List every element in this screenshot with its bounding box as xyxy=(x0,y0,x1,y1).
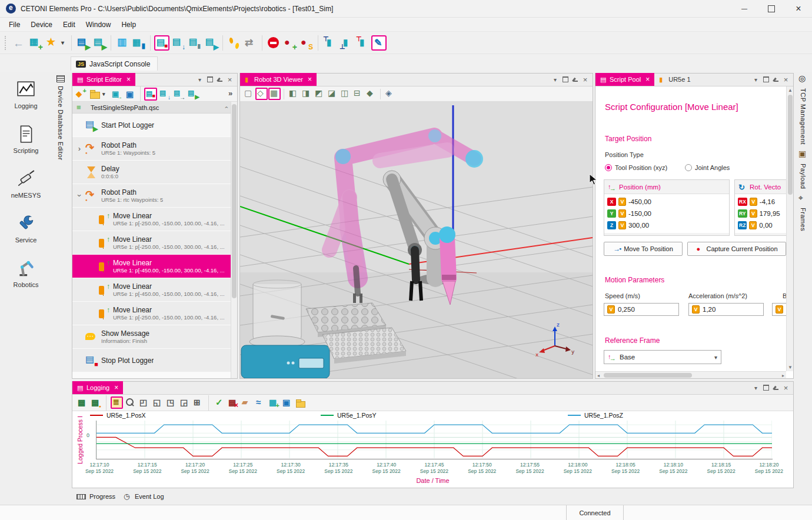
fit-bottom-button[interactable] xyxy=(151,396,164,409)
close-button[interactable] xyxy=(785,0,812,18)
collapse-all-icon[interactable] xyxy=(225,104,227,111)
toolbar-overflow-icon[interactable] xyxy=(227,88,236,101)
logging-chart-plot-area[interactable] xyxy=(96,421,773,459)
panel-pin-icon[interactable] xyxy=(771,383,781,392)
view-front-button[interactable] xyxy=(287,88,299,100)
panel-pin-icon[interactable] xyxy=(215,75,225,84)
tab-tcp-management[interactable]: TCP Management xyxy=(800,88,807,145)
panel-menu-icon[interactable] xyxy=(751,383,761,392)
sidebar-item-logging[interactable]: Logging xyxy=(0,72,52,116)
single-step-record-button[interactable] xyxy=(154,35,169,51)
view-top-button[interactable] xyxy=(339,88,351,100)
add-table-button[interactable] xyxy=(267,396,279,409)
panel-float-icon[interactable] xyxy=(205,75,215,84)
tab-script-pool[interactable]: Script Pool × xyxy=(595,73,654,86)
position-z-value[interactable]: 300,00 xyxy=(628,222,649,229)
emergency-stop-button[interactable] xyxy=(266,35,281,51)
open-script-button[interactable] xyxy=(88,88,101,101)
fit-top-button[interactable] xyxy=(178,396,191,409)
trace-steps-button[interactable] xyxy=(227,35,242,51)
devices-view-button[interactable] xyxy=(115,35,130,51)
maximize-button[interactable] xyxy=(758,0,785,18)
panel-close-icon[interactable] xyxy=(781,383,791,392)
position-x-value[interactable]: -450,00 xyxy=(628,198,651,205)
view-cube-button[interactable] xyxy=(384,88,396,100)
menu-window[interactable]: Window xyxy=(81,19,117,31)
expander-icon[interactable] xyxy=(75,191,84,200)
view-right-button[interactable] xyxy=(326,88,338,100)
robot-3d-scene[interactable]: z x y xyxy=(240,102,593,378)
menu-help[interactable]: Help xyxy=(116,19,141,31)
rotation-rx-row[interactable]: RX V -4,16 xyxy=(738,196,786,208)
toggle-perspective-button[interactable] xyxy=(255,88,268,100)
tab-close-icon[interactable]: × xyxy=(645,75,650,84)
fit-all-button[interactable] xyxy=(192,396,204,409)
panel-pin-icon[interactable] xyxy=(570,75,580,84)
sidebar-item-nemesys[interactable]: neMESYS xyxy=(0,161,52,206)
step-row-move-linear-2[interactable]: Move LinearUR5e 1: p[-250.00, -150.00, 3… xyxy=(72,231,231,254)
panel-float-icon[interactable] xyxy=(761,383,771,392)
device-database-editor-strip[interactable]: Device Database Editor xyxy=(52,72,69,491)
view-back-button[interactable] xyxy=(300,88,312,100)
annotation-note-button[interactable] xyxy=(111,396,123,409)
tab-close-icon[interactable]: × xyxy=(308,75,312,84)
rotation-rz-value[interactable]: 0,00 xyxy=(759,222,772,229)
save-script-button[interactable] xyxy=(124,88,137,101)
marker-red-button[interactable] xyxy=(355,35,370,51)
step-play-button[interactable] xyxy=(204,35,219,51)
menu-edit[interactable]: Edit xyxy=(58,19,81,31)
run-button[interactable] xyxy=(187,88,199,101)
panel-float-icon[interactable] xyxy=(560,75,570,84)
panel-close-icon[interactable] xyxy=(781,75,791,84)
script-file-row[interactable]: TestSingleStepPath.qsc xyxy=(72,102,231,114)
step-pause-button[interactable] xyxy=(187,35,202,51)
position-z-row[interactable]: Z V 300,00 xyxy=(607,219,726,231)
eraser-button[interactable] xyxy=(240,396,252,409)
frames-icon[interactable] xyxy=(798,194,808,203)
step-row-move-linear-4[interactable]: Move LinearUR5e 1: p[-450.00, -150.00, 1… xyxy=(72,278,231,301)
tab-payload[interactable]: Payload xyxy=(800,164,807,189)
acceleration-value[interactable]: 1,20 xyxy=(703,306,716,313)
toolbar-drag-handle[interactable] xyxy=(5,36,8,50)
rotation-ry-value[interactable]: 179,95 xyxy=(760,210,780,217)
zoom-button[interactable] xyxy=(124,396,137,409)
service-add-button[interactable] xyxy=(282,35,298,51)
import-script-button[interactable] xyxy=(109,88,122,101)
fit-left-button[interactable] xyxy=(138,396,150,409)
tab-ur5e-1[interactable]: UR5e 1 xyxy=(654,73,695,86)
event-log-toggle[interactable]: Event Log xyxy=(124,493,164,501)
open-log-button[interactable] xyxy=(294,396,307,409)
step-row-move-linear-1[interactable]: Move LinearUR5e 1: p[-250.00, -150.00, 1… xyxy=(72,208,231,231)
view-left-button[interactable] xyxy=(313,88,325,100)
wizard-button[interactable] xyxy=(44,35,59,51)
run-all-button[interactable] xyxy=(75,35,91,51)
step-queue-button[interactable] xyxy=(171,35,186,51)
position-y-row[interactable]: Y V -150,00 xyxy=(607,208,726,219)
reference-frame-dropdown[interactable]: Base ▾ xyxy=(604,350,721,364)
position-y-value[interactable]: -150,00 xyxy=(628,210,651,217)
progress-toggle[interactable]: Progress xyxy=(76,493,115,500)
new-script-button[interactable] xyxy=(74,88,87,101)
record-step-button[interactable] xyxy=(144,88,157,101)
panel-menu-icon[interactable] xyxy=(550,75,560,84)
panel-pin-icon[interactable] xyxy=(771,75,781,84)
add-device-button[interactable] xyxy=(28,35,43,51)
script-pool-hscrollbar[interactable]: ◂ ▸ xyxy=(595,371,786,378)
step-row-delay[interactable]: Delay0:0:6:0 xyxy=(72,161,231,184)
draw-pen-button[interactable] xyxy=(371,35,387,51)
panel-menu-icon[interactable] xyxy=(195,75,205,84)
back-button[interactable] xyxy=(11,35,26,51)
move-to-position-button[interactable]: Move To Position xyxy=(604,242,683,256)
panel-float-icon[interactable] xyxy=(761,75,771,84)
blend-field-cut[interactable]: V xyxy=(772,303,786,316)
rotation-rx-value[interactable]: -4,16 xyxy=(760,198,775,205)
sidebar-item-service[interactable]: Service xyxy=(0,206,52,251)
open-dropdown-icon[interactable] xyxy=(102,88,108,101)
payload-icon[interactable] xyxy=(798,149,808,159)
script-pool-vscrollbar[interactable]: ▲ ▼ xyxy=(786,86,793,371)
toggle-grid-button[interactable] xyxy=(268,88,281,100)
radio-joint-angles[interactable]: Joint Angles xyxy=(685,164,730,171)
service-config-button[interactable] xyxy=(299,35,314,51)
view-iso-button[interactable] xyxy=(365,88,377,100)
speed-value[interactable]: 0,250 xyxy=(618,306,635,313)
